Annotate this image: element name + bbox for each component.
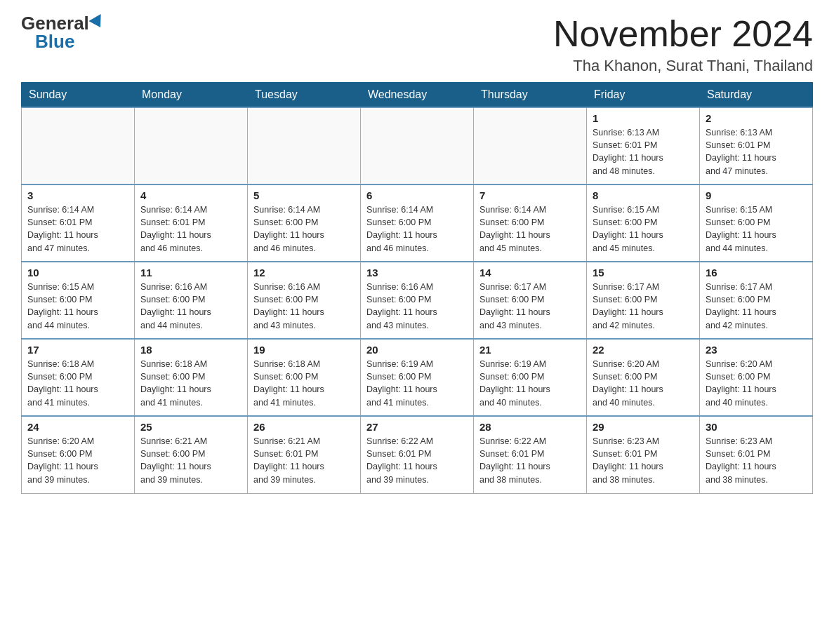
day-info: Sunrise: 6:23 AMSunset: 6:01 PMDaylight:… xyxy=(593,435,694,486)
day-info: Sunrise: 6:13 AMSunset: 6:01 PMDaylight:… xyxy=(593,126,694,177)
day-number: 25 xyxy=(140,421,241,433)
logo-blue-text: Blue xyxy=(35,32,74,51)
table-row: 23Sunrise: 6:20 AMSunset: 6:00 PMDayligh… xyxy=(700,339,813,416)
day-info: Sunrise: 6:14 AMSunset: 6:01 PMDaylight:… xyxy=(140,203,241,255)
day-number: 17 xyxy=(27,344,128,356)
day-number: 20 xyxy=(366,344,468,356)
day-number: 14 xyxy=(479,267,581,279)
col-thursday: Thursday xyxy=(474,83,587,108)
table-row: 11Sunrise: 6:16 AMSunset: 6:00 PMDayligh… xyxy=(135,262,248,339)
day-number: 16 xyxy=(706,267,807,279)
page-subtitle: Tha Khanon, Surat Thani, Thailand xyxy=(553,57,813,75)
table-row: 18Sunrise: 6:18 AMSunset: 6:00 PMDayligh… xyxy=(135,339,248,416)
table-row: 1Sunrise: 6:13 AMSunset: 6:01 PMDaylight… xyxy=(587,107,700,185)
table-row: 5Sunrise: 6:14 AMSunset: 6:00 PMDaylight… xyxy=(248,185,361,262)
calendar-week-row: 1Sunrise: 6:13 AMSunset: 6:01 PMDaylight… xyxy=(22,107,813,185)
day-info: Sunrise: 6:23 AMSunset: 6:01 PMDaylight:… xyxy=(706,435,807,486)
day-number: 23 xyxy=(706,344,807,356)
table-row xyxy=(248,107,361,185)
day-info: Sunrise: 6:19 AMSunset: 6:00 PMDaylight:… xyxy=(479,358,581,409)
col-wednesday: Wednesday xyxy=(361,83,474,108)
day-info: Sunrise: 6:18 AMSunset: 6:00 PMDaylight:… xyxy=(27,358,128,409)
table-row: 19Sunrise: 6:18 AMSunset: 6:00 PMDayligh… xyxy=(248,339,361,416)
logo-triangle-icon xyxy=(88,14,106,31)
day-number: 3 xyxy=(27,189,128,201)
day-info: Sunrise: 6:13 AMSunset: 6:01 PMDaylight:… xyxy=(706,126,807,177)
day-number: 27 xyxy=(366,421,468,433)
table-row xyxy=(135,107,248,185)
table-row: 6Sunrise: 6:14 AMSunset: 6:00 PMDaylight… xyxy=(361,185,474,262)
calendar-week-row: 17Sunrise: 6:18 AMSunset: 6:00 PMDayligh… xyxy=(22,339,813,416)
col-monday: Monday xyxy=(135,83,248,108)
table-row: 14Sunrise: 6:17 AMSunset: 6:00 PMDayligh… xyxy=(474,262,587,339)
col-saturday: Saturday xyxy=(700,83,813,108)
page-title: November 2024 xyxy=(553,14,813,54)
day-info: Sunrise: 6:19 AMSunset: 6:00 PMDaylight:… xyxy=(366,358,468,409)
day-info: Sunrise: 6:21 AMSunset: 6:01 PMDaylight:… xyxy=(253,435,355,486)
table-row: 12Sunrise: 6:16 AMSunset: 6:00 PMDayligh… xyxy=(248,262,361,339)
day-number: 18 xyxy=(140,344,241,356)
day-info: Sunrise: 6:22 AMSunset: 6:01 PMDaylight:… xyxy=(366,435,468,486)
col-tuesday: Tuesday xyxy=(248,83,361,108)
table-row xyxy=(474,107,587,185)
table-row: 21Sunrise: 6:19 AMSunset: 6:00 PMDayligh… xyxy=(474,339,587,416)
table-row xyxy=(22,107,135,185)
table-row: 30Sunrise: 6:23 AMSunset: 6:01 PMDayligh… xyxy=(700,416,813,493)
day-info: Sunrise: 6:17 AMSunset: 6:00 PMDaylight:… xyxy=(479,281,581,332)
header: General Blue November 2024 Tha Khanon, S… xyxy=(21,14,813,75)
table-row: 20Sunrise: 6:19 AMSunset: 6:00 PMDayligh… xyxy=(361,339,474,416)
table-row: 27Sunrise: 6:22 AMSunset: 6:01 PMDayligh… xyxy=(361,416,474,493)
day-number: 24 xyxy=(27,421,128,433)
day-info: Sunrise: 6:17 AMSunset: 6:00 PMDaylight:… xyxy=(593,281,694,332)
table-row: 24Sunrise: 6:20 AMSunset: 6:00 PMDayligh… xyxy=(22,416,135,493)
day-info: Sunrise: 6:17 AMSunset: 6:00 PMDaylight:… xyxy=(706,281,807,332)
day-number: 12 xyxy=(253,267,355,279)
day-number: 15 xyxy=(593,267,694,279)
day-number: 22 xyxy=(593,344,694,356)
day-info: Sunrise: 6:14 AMSunset: 6:01 PMDaylight:… xyxy=(27,203,128,255)
day-number: 7 xyxy=(479,189,581,201)
day-info: Sunrise: 6:20 AMSunset: 6:00 PMDaylight:… xyxy=(27,435,128,486)
table-row: 15Sunrise: 6:17 AMSunset: 6:00 PMDayligh… xyxy=(587,262,700,339)
day-number: 19 xyxy=(253,344,355,356)
day-number: 11 xyxy=(140,267,241,279)
day-info: Sunrise: 6:15 AMSunset: 6:00 PMDaylight:… xyxy=(593,203,694,255)
day-info: Sunrise: 6:15 AMSunset: 6:00 PMDaylight:… xyxy=(27,281,128,332)
day-info: Sunrise: 6:18 AMSunset: 6:00 PMDaylight:… xyxy=(140,358,241,409)
day-number: 6 xyxy=(366,189,468,201)
calendar-header-row: Sunday Monday Tuesday Wednesday Thursday… xyxy=(22,83,813,108)
table-row: 7Sunrise: 6:14 AMSunset: 6:00 PMDaylight… xyxy=(474,185,587,262)
day-info: Sunrise: 6:20 AMSunset: 6:00 PMDaylight:… xyxy=(593,358,694,409)
calendar-week-row: 3Sunrise: 6:14 AMSunset: 6:01 PMDaylight… xyxy=(22,185,813,262)
calendar-table: Sunday Monday Tuesday Wednesday Thursday… xyxy=(21,82,813,494)
logo-general-text: General xyxy=(21,14,89,32)
day-number: 26 xyxy=(253,421,355,433)
day-number: 2 xyxy=(706,112,807,124)
col-sunday: Sunday xyxy=(22,83,135,108)
day-info: Sunrise: 6:21 AMSunset: 6:00 PMDaylight:… xyxy=(140,435,241,486)
table-row: 16Sunrise: 6:17 AMSunset: 6:00 PMDayligh… xyxy=(700,262,813,339)
table-row: 29Sunrise: 6:23 AMSunset: 6:01 PMDayligh… xyxy=(587,416,700,493)
table-row xyxy=(361,107,474,185)
table-row: 8Sunrise: 6:15 AMSunset: 6:00 PMDaylight… xyxy=(587,185,700,262)
day-info: Sunrise: 6:22 AMSunset: 6:01 PMDaylight:… xyxy=(479,435,581,486)
table-row: 10Sunrise: 6:15 AMSunset: 6:00 PMDayligh… xyxy=(22,262,135,339)
table-row: 26Sunrise: 6:21 AMSunset: 6:01 PMDayligh… xyxy=(248,416,361,493)
day-info: Sunrise: 6:20 AMSunset: 6:00 PMDaylight:… xyxy=(706,358,807,409)
table-row: 3Sunrise: 6:14 AMSunset: 6:01 PMDaylight… xyxy=(22,185,135,262)
table-row: 2Sunrise: 6:13 AMSunset: 6:01 PMDaylight… xyxy=(700,107,813,185)
day-number: 4 xyxy=(140,189,241,201)
day-info: Sunrise: 6:16 AMSunset: 6:00 PMDaylight:… xyxy=(366,281,468,332)
day-number: 28 xyxy=(479,421,581,433)
calendar-week-row: 24Sunrise: 6:20 AMSunset: 6:00 PMDayligh… xyxy=(22,416,813,493)
day-info: Sunrise: 6:14 AMSunset: 6:00 PMDaylight:… xyxy=(253,203,355,255)
day-info: Sunrise: 6:14 AMSunset: 6:00 PMDaylight:… xyxy=(479,203,581,255)
table-row: 28Sunrise: 6:22 AMSunset: 6:01 PMDayligh… xyxy=(474,416,587,493)
day-number: 8 xyxy=(593,189,694,201)
table-row: 4Sunrise: 6:14 AMSunset: 6:01 PMDaylight… xyxy=(135,185,248,262)
table-row: 13Sunrise: 6:16 AMSunset: 6:00 PMDayligh… xyxy=(361,262,474,339)
table-row: 17Sunrise: 6:18 AMSunset: 6:00 PMDayligh… xyxy=(22,339,135,416)
day-number: 30 xyxy=(706,421,807,433)
day-info: Sunrise: 6:16 AMSunset: 6:00 PMDaylight:… xyxy=(140,281,241,332)
day-number: 5 xyxy=(253,189,355,201)
